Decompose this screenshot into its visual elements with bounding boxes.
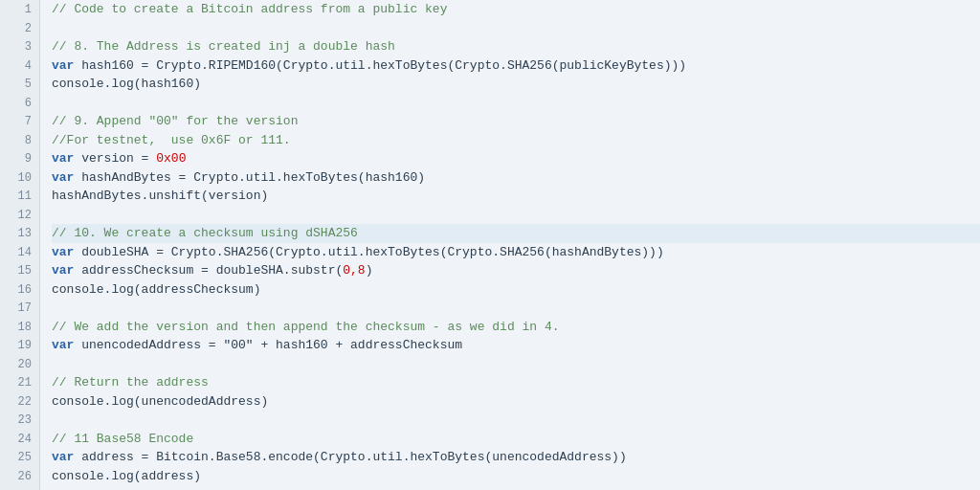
line-number: 20 bbox=[0, 355, 39, 374]
normal-token: hashAndBytes = Crypto.util.hexToBytes(ha… bbox=[74, 170, 425, 185]
line-number: 11 bbox=[0, 187, 39, 206]
line-number: 15 bbox=[0, 261, 39, 280]
line-number: 2 bbox=[0, 19, 39, 38]
code-line: // 10. We create a checksum using dSHA25… bbox=[52, 224, 980, 243]
code-line bbox=[52, 94, 980, 113]
red-token: 0,8 bbox=[343, 263, 365, 278]
keyword-token: var bbox=[52, 170, 74, 185]
code-editor: 1234567891011121314151617181920212223242… bbox=[0, 0, 980, 490]
code-line: var unencodedAddress = "00" + hash160 + … bbox=[52, 336, 980, 355]
comment-token: //For testnet, use 0x6F or 111. bbox=[52, 133, 291, 147]
code-line bbox=[52, 299, 980, 318]
line-number: 3 bbox=[0, 37, 39, 56]
line-number: 4 bbox=[0, 56, 39, 76]
line-number: 5 bbox=[0, 75, 39, 94]
code-line: //For testnet, use 0x6F or 111. bbox=[52, 131, 980, 150]
keyword-token: var bbox=[52, 151, 74, 166]
comment-token: // 11 Base58 Encode bbox=[52, 432, 193, 446]
line-number: 17 bbox=[0, 299, 39, 318]
code-line: console.log(hash160) bbox=[52, 75, 980, 94]
line-number: 16 bbox=[0, 280, 39, 300]
code-line: var address = Bitcoin.Base58.encode(Cryp… bbox=[52, 448, 980, 467]
normal-token: ) bbox=[366, 263, 373, 278]
code-line: hashAndBytes.unshift(version) bbox=[52, 187, 980, 206]
line-number: 14 bbox=[0, 243, 39, 262]
line-number: 6 bbox=[0, 94, 39, 113]
line-number: 9 bbox=[0, 149, 39, 168]
code-line: // 11 Base58 Encode bbox=[52, 430, 980, 449]
line-number: 12 bbox=[0, 206, 39, 225]
code-line: console.log(unencodedAddress) bbox=[52, 392, 980, 412]
comment-token: // 8. The Address is created inj a doubl… bbox=[52, 39, 395, 54]
code-line bbox=[52, 19, 980, 38]
code-line: var version = 0x00 bbox=[52, 149, 980, 168]
line-number: 23 bbox=[0, 411, 39, 430]
line-numbers: 1234567891011121314151617181920212223242… bbox=[0, 0, 40, 490]
keyword-token: var bbox=[52, 338, 74, 352]
code-content: // Code to create a Bitcoin address from… bbox=[40, 0, 980, 490]
line-number: 13 bbox=[0, 224, 39, 243]
line-number: 21 bbox=[0, 373, 39, 392]
line-number: 26 bbox=[0, 467, 39, 486]
normal-token: console.log(hash160) bbox=[52, 77, 201, 91]
normal-token: address = Bitcoin.Base58.encode(Crypto.u… bbox=[74, 450, 626, 464]
code-line: var addressChecksum = doubleSHA.substr(0… bbox=[52, 261, 980, 280]
code-line bbox=[52, 411, 980, 430]
keyword-token: var bbox=[52, 263, 74, 278]
code-line: console.log(addressChecksum) bbox=[52, 280, 980, 300]
line-number: 1 bbox=[0, 0, 39, 19]
code-line: var hashAndBytes = Crypto.util.hexToByte… bbox=[52, 168, 980, 188]
red-token: 0x00 bbox=[156, 151, 186, 166]
comment-token: // Return the address bbox=[52, 375, 209, 390]
normal-token: hash160 = Crypto.RIPEMD160(Crypto.util.h… bbox=[74, 58, 686, 73]
normal-token: console.log(addressChecksum) bbox=[52, 282, 260, 297]
line-number: 18 bbox=[0, 318, 39, 337]
line-number: 10 bbox=[0, 168, 39, 188]
keyword-token: var bbox=[52, 58, 74, 73]
code-line: // Return the address bbox=[52, 373, 980, 392]
code-line: // 8. The Address is created inj a doubl… bbox=[52, 37, 980, 56]
comment-token: // 10. We create a checksum using dSHA25… bbox=[52, 226, 358, 240]
line-number: 19 bbox=[0, 336, 39, 355]
normal-token: doubleSHA = Crypto.SHA256(Crypto.util.he… bbox=[74, 245, 663, 259]
keyword-token: var bbox=[52, 245, 74, 259]
code-line: // 9. Append "00" for the version bbox=[52, 112, 980, 131]
normal-token: console.log(unencodedAddress) bbox=[52, 394, 268, 409]
normal-token: console.log(address) bbox=[52, 469, 201, 483]
line-number: 24 bbox=[0, 430, 39, 449]
normal-token: unencodedAddress = "00" + hash160 + addr… bbox=[74, 338, 462, 352]
line-number: 8 bbox=[0, 131, 39, 150]
normal-token: addressChecksum = doubleSHA.substr( bbox=[74, 263, 343, 278]
code-line: var doubleSHA = Crypto.SHA256(Crypto.uti… bbox=[52, 243, 980, 262]
comment-token: // Code to create a Bitcoin address from… bbox=[52, 2, 447, 16]
code-line: var hash160 = Crypto.RIPEMD160(Crypto.ut… bbox=[52, 56, 980, 76]
comment-token: // 9. Append "00" for the version bbox=[52, 114, 298, 128]
line-number: 25 bbox=[0, 448, 39, 467]
code-line bbox=[52, 355, 980, 374]
code-line: console.log(address) bbox=[52, 467, 980, 486]
keyword-token: var bbox=[52, 450, 74, 464]
line-number: 7 bbox=[0, 112, 39, 131]
normal-token: hashAndBytes.unshift(version) bbox=[52, 189, 268, 203]
code-line: // We add the version and then append th… bbox=[52, 318, 980, 337]
code-line bbox=[52, 206, 980, 225]
comment-token: // We add the version and then append th… bbox=[52, 320, 560, 334]
line-number: 22 bbox=[0, 392, 39, 412]
code-line: // Code to create a Bitcoin address from… bbox=[52, 0, 980, 19]
normal-token: version = bbox=[74, 151, 156, 166]
